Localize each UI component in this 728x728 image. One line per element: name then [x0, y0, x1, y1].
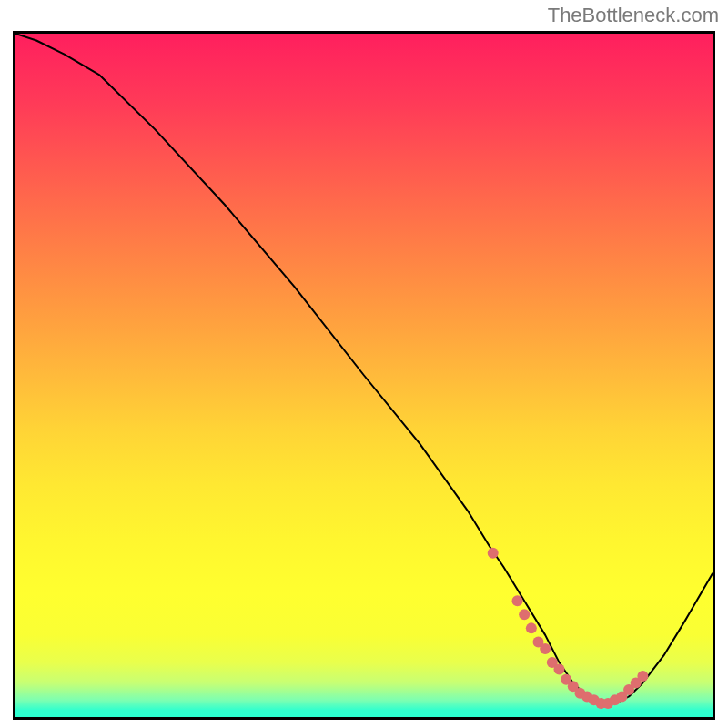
marker-dot: [637, 671, 648, 682]
marker-dot: [512, 595, 523, 606]
attribution-label: TheBottleneck.com: [548, 4, 719, 27]
chart-wrapper: TheBottleneck.com: [0, 0, 728, 728]
line-series: [15, 34, 713, 703]
plot-area: [13, 31, 715, 720]
bottleneck-curve-path: [15, 34, 713, 703]
marker-dot: [553, 663, 564, 674]
marker-dot: [519, 609, 530, 620]
marker-series: [488, 548, 649, 709]
chart-svg: [15, 34, 713, 717]
marker-dot: [488, 548, 499, 559]
marker-dot: [540, 643, 551, 654]
marker-dot: [526, 622, 537, 633]
